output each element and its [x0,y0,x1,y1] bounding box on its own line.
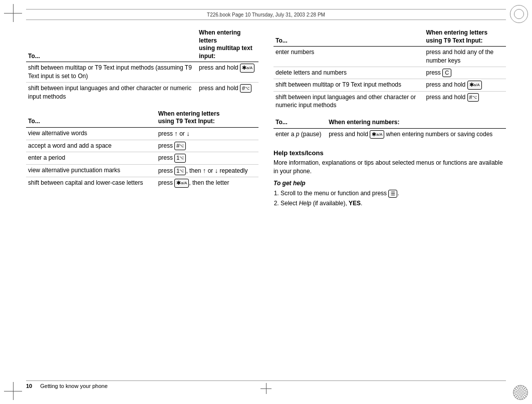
header-text: T226.book Page 10 Thursday, July 31, 200… [207,12,325,18]
table-row: shift between input languages and other … [274,91,506,111]
t9-col2-header: When entering lettersusing T9 Text Input… [156,109,258,128]
header-bar: T226.book Page 10 Thursday, July 31, 200… [26,9,506,20]
table-cell-instruction: press and hold #⌥ [197,82,258,102]
multitap-col2-header: When entering lettersusing multitap text… [197,28,258,62]
table-cell-instruction: press and hold #⌥ [424,91,506,111]
table-row: enter a period press 1⌥ [26,152,258,164]
table-cell-action: shift between multitap or T9 Text input … [274,79,424,91]
table-row: shift between capital and lower-case let… [26,177,258,189]
1-key-2: 1⌥ [174,167,186,175]
hash-key-2: #⌥ [174,142,186,150]
table-cell-action: accept a word and add a space [26,140,156,152]
table-cell-instruction: press and hold ✱a/A when entering number… [327,128,506,140]
table-cell-instruction: press and hold ✱a/A [424,79,506,91]
c-key: C [442,69,451,77]
help-step-1: Scroll to the menu or function and press… [281,189,506,198]
table-cell-instruction: press ↑ or ↓ [156,127,258,140]
corner-decoration-br [508,380,528,400]
hash-key-3: #⌥ [467,93,479,102]
corner-decoration-bl [4,380,24,400]
table-cell-instruction: press and hold ✱a/A [197,62,258,83]
table-cell-action: enter a p (pause) [274,128,327,140]
table-row: enter a p (pause) press and hold ✱a/A wh… [274,128,506,140]
table-cell-action: enter numbers [274,47,424,67]
table-row: view alternative punctuation marks press… [26,164,258,177]
help-title: Help texts/Icons [274,149,506,157]
table-cell-instruction: press 1⌥ [156,152,258,164]
star-a-key: ✱a/A [240,64,254,72]
table-cell-instruction: press ✱a/A, then the letter [156,177,258,189]
table-cell-action: view alternative punctuation marks [26,164,156,177]
star-a-key-3: ✱a/A [467,81,482,89]
left-column: To... When entering lettersusing multita… [26,28,258,209]
table-cell-action: shift between input languages and other … [26,82,197,102]
t9-table-left: To... When entering lettersusing T9 Text… [26,109,258,189]
table-cell-instruction: press 1⌥, then ↑ or ↓ repeatedly [156,164,258,177]
footer-title: Getting to know your phone [40,383,108,389]
table-cell-action: enter a period [26,152,156,164]
t9-right-col1-header: To... [274,28,424,47]
table-row: shift between multitap or T9 Text input … [26,62,258,83]
table-row: shift between input languages and other … [26,82,258,102]
numbers-col2-header: When entering numbers: [327,117,506,128]
table-row: delete letters and numbers press C [274,67,506,79]
right-column: To... When entering lettersusing T9 Text… [274,28,506,209]
table-cell-action: delete letters and numbers [274,67,424,79]
multitap-col1-header: To... [26,28,197,62]
star-a-key-4: ✱a/A [370,130,384,139]
bottom-center-decoration [260,383,272,394]
t9-right-col2-header: When entering lettersusing T9 Text Input… [424,28,506,47]
table-cell-instruction: press C [424,67,506,79]
footer-page-number: 10 [26,383,32,389]
star-a-key-2: ✱a/A [174,179,189,187]
numbers-table-right: To... When entering numbers: enter a p (… [274,117,506,140]
hash-key: #⌥ [240,84,251,93]
table-cell-instruction: press and hold any of the number keys [424,47,506,67]
t9-table-right: To... When entering lettersusing T9 Text… [274,28,506,111]
main-content: To... When entering lettersusing multita… [26,28,506,376]
table-row: view alternative words press ↑ or ↓ [26,127,258,140]
help-description: More information, explanations or tips a… [274,159,506,176]
multitap-table: To... When entering lettersusing multita… [26,28,258,103]
1-key: 1⌥ [174,154,186,162]
table-cell-instruction: press #⌥ [156,140,258,152]
help-section: Help texts/Icons More information, expla… [274,149,506,208]
corner-decoration-tr [508,4,528,24]
corner-decoration-tl [4,4,24,24]
menu-key: ☰ [388,190,397,198]
help-subtitle: To get help [274,180,506,187]
table-cell-action: shift between multitap or T9 Text input … [26,62,197,83]
table-cell-action: shift between capital and lower-case let… [26,177,156,189]
help-steps: Scroll to the menu or function and press… [274,189,506,208]
table-row: enter numbers press and hold any of the … [274,47,506,67]
table-row: accept a word and add a space press #⌥ [26,140,258,152]
table-row: shift between multitap or T9 Text input … [274,79,506,91]
t9-col1-header: To... [26,109,156,128]
help-step-2: Select Help (if available), YES. [281,199,506,208]
table-cell-action: view alternative words [26,127,156,140]
numbers-col1-header: To... [274,117,327,128]
table-cell-action: shift between input languages and other … [274,91,424,111]
